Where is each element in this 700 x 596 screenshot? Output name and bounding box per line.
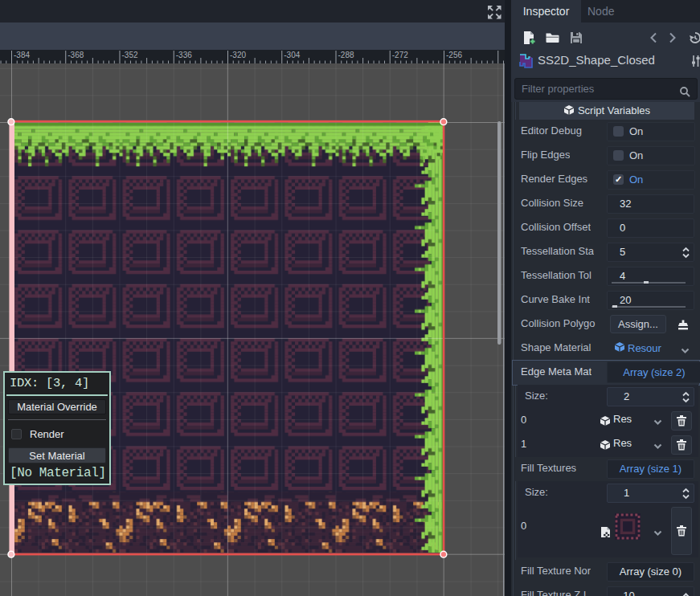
svg-text:-304: -304 bbox=[284, 51, 300, 59]
svg-text:-368: -368 bbox=[68, 51, 84, 59]
svg-text:-336: -336 bbox=[176, 51, 192, 59]
svg-text:-272: -272 bbox=[392, 51, 408, 59]
svg-text:-384: -384 bbox=[14, 51, 30, 59]
svg-text:-256: -256 bbox=[446, 51, 462, 59]
svg-text:-320: -320 bbox=[230, 51, 246, 59]
svg-text:-352: -352 bbox=[122, 51, 138, 59]
svg-text:-288: -288 bbox=[338, 51, 354, 59]
